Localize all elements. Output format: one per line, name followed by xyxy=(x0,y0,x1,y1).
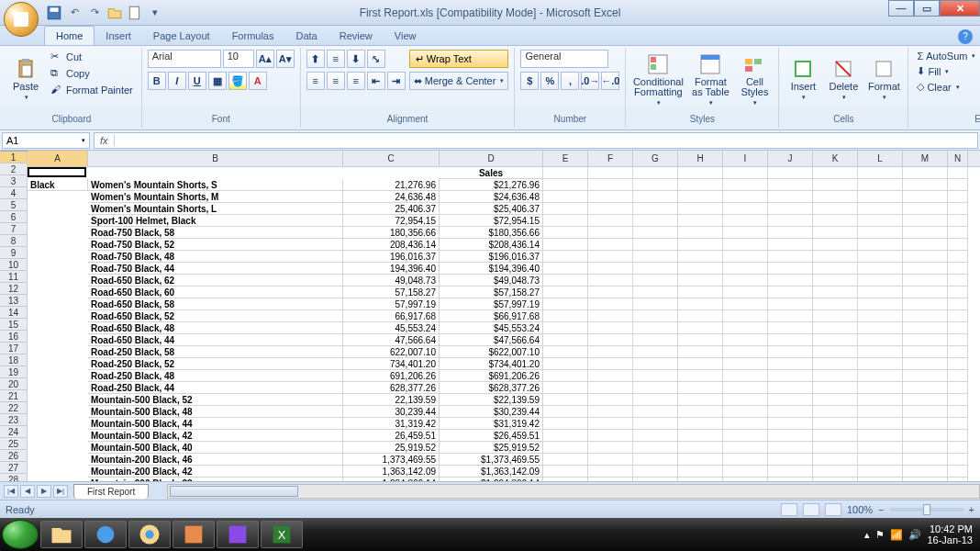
cell-N1[interactable] xyxy=(948,167,968,179)
cell-N22[interactable] xyxy=(948,418,968,430)
bold-button[interactable]: B xyxy=(148,72,166,90)
active-cell[interactable] xyxy=(28,167,86,177)
cell-J2[interactable] xyxy=(768,179,813,191)
cell-M10[interactable] xyxy=(903,275,948,287)
cell-D11[interactable]: $57,158.27 xyxy=(440,287,543,298)
cell-H20[interactable] xyxy=(678,394,723,406)
cell-L20[interactable] xyxy=(858,394,903,406)
cell-M14[interactable] xyxy=(903,322,948,334)
cell-E10[interactable] xyxy=(543,275,588,287)
cell-H1[interactable] xyxy=(678,167,723,179)
cell-G17[interactable] xyxy=(633,358,678,370)
zoom-slider[interactable] xyxy=(890,508,963,512)
taskbar-excel[interactable]: X xyxy=(261,521,303,548)
cell-H26[interactable] xyxy=(678,466,723,478)
cell-E27[interactable] xyxy=(543,478,588,481)
maximize-button[interactable]: ▭ xyxy=(914,0,940,17)
cell-H2[interactable] xyxy=(678,179,723,191)
cell-D10[interactable]: $49,048.73 xyxy=(440,275,543,287)
cell-J15[interactable] xyxy=(768,334,813,346)
cell-C7[interactable]: 208,436.14 xyxy=(343,239,440,251)
cell-H19[interactable] xyxy=(678,382,723,394)
taskbar-chrome[interactable] xyxy=(128,521,171,548)
cell-F3[interactable] xyxy=(588,191,633,203)
row-header-2[interactable]: 2 xyxy=(0,163,27,175)
font-name-select[interactable]: Arial xyxy=(148,50,221,68)
cell-I26[interactable] xyxy=(723,466,768,478)
tab-review[interactable]: Review xyxy=(329,27,384,45)
cell-G20[interactable] xyxy=(633,394,678,406)
comma-button[interactable]: , xyxy=(561,72,579,90)
next-sheet-button[interactable]: ▶ xyxy=(37,485,51,498)
copy-button[interactable]: ⧉Copy xyxy=(48,66,136,81)
tab-view[interactable]: View xyxy=(384,27,428,45)
cell-M16[interactable] xyxy=(903,346,948,358)
column-header-A[interactable]: A xyxy=(28,151,88,166)
cell-J23[interactable] xyxy=(768,430,813,442)
cell-L23[interactable] xyxy=(858,430,903,442)
help-icon[interactable]: ? xyxy=(958,29,973,44)
border-button[interactable]: ▦ xyxy=(208,72,227,90)
cell-E16[interactable] xyxy=(543,346,588,358)
tab-data[interactable]: Data xyxy=(284,27,328,45)
tray-up-icon[interactable]: ▴ xyxy=(864,529,870,541)
cell-H11[interactable] xyxy=(678,287,723,298)
cell-H21[interactable] xyxy=(678,406,723,418)
minimize-button[interactable]: — xyxy=(888,0,914,17)
format-cells-button[interactable]: Format▾ xyxy=(865,50,902,110)
cell-M5[interactable] xyxy=(903,215,948,227)
cell-C6[interactable]: 180,356.66 xyxy=(343,227,440,239)
cell-K4[interactable] xyxy=(813,203,858,215)
cell-C10[interactable]: 49,048.73 xyxy=(343,275,440,287)
column-header-G[interactable]: G xyxy=(633,151,678,166)
cell-B3[interactable]: Women's Mountain Shorts, M xyxy=(88,191,343,203)
fill-button[interactable]: ⬇Fill▾ xyxy=(914,64,978,78)
cell-E26[interactable] xyxy=(543,466,588,478)
decrease-font-button[interactable]: A▾ xyxy=(276,50,295,68)
cell-H6[interactable] xyxy=(678,227,723,239)
cell-C9[interactable]: 194,396.40 xyxy=(343,263,440,275)
cell-I22[interactable] xyxy=(723,418,768,430)
cell-K1[interactable] xyxy=(813,167,858,179)
cell-G27[interactable] xyxy=(633,478,678,481)
cell-K10[interactable] xyxy=(813,275,858,287)
row-header-24[interactable]: 24 xyxy=(0,426,27,438)
clear-button[interactable]: ◇Clear▾ xyxy=(914,80,978,94)
cell-N26[interactable] xyxy=(948,466,968,478)
cell-J17[interactable] xyxy=(768,358,813,370)
cell-E1[interactable] xyxy=(543,167,588,179)
cell-I8[interactable] xyxy=(723,251,768,263)
zoom-in-button[interactable]: + xyxy=(969,504,974,515)
last-sheet-button[interactable]: ▶| xyxy=(53,485,68,498)
paste-button[interactable]: Paste▾ xyxy=(7,50,44,110)
cell-E21[interactable] xyxy=(543,406,588,418)
formula-input[interactable]: fx xyxy=(94,132,978,149)
column-header-E[interactable]: E xyxy=(543,151,588,166)
cell-I5[interactable] xyxy=(723,215,768,227)
cell-L12[interactable] xyxy=(858,298,903,310)
cell-M8[interactable] xyxy=(903,251,948,263)
zoom-out-button[interactable]: − xyxy=(878,504,884,515)
cell-B8[interactable]: Road-750 Black, 48 xyxy=(88,251,343,263)
cell-N13[interactable] xyxy=(948,310,968,322)
cell-J7[interactable] xyxy=(768,239,813,251)
cell-F11[interactable] xyxy=(588,287,633,298)
cell-N14[interactable] xyxy=(948,322,968,334)
cell-N9[interactable] xyxy=(948,263,968,275)
cell-K14[interactable] xyxy=(813,322,858,334)
cell-D18[interactable]: $691,206.26 xyxy=(440,370,543,382)
cell-C4[interactable]: 25,406.37 xyxy=(343,203,440,215)
cell-J13[interactable] xyxy=(768,310,813,322)
cell-B2[interactable]: Women's Mountain Shorts, S xyxy=(88,179,343,191)
sheet-tab-first-report[interactable]: First Report xyxy=(73,484,149,499)
cell-B20[interactable]: Mountain-500 Black, 52 xyxy=(88,394,343,406)
row-header-25[interactable]: 25 xyxy=(0,438,27,450)
cell-D12[interactable]: $57,997.19 xyxy=(440,298,543,310)
cell-H14[interactable] xyxy=(678,322,723,334)
align-middle-button[interactable]: ≡ xyxy=(327,50,345,68)
cell-L18[interactable] xyxy=(858,370,903,382)
cell-K17[interactable] xyxy=(813,358,858,370)
cell-C5[interactable]: 72,954.15 xyxy=(343,215,440,227)
cell-M6[interactable] xyxy=(903,227,948,239)
cell-L11[interactable] xyxy=(858,287,903,298)
